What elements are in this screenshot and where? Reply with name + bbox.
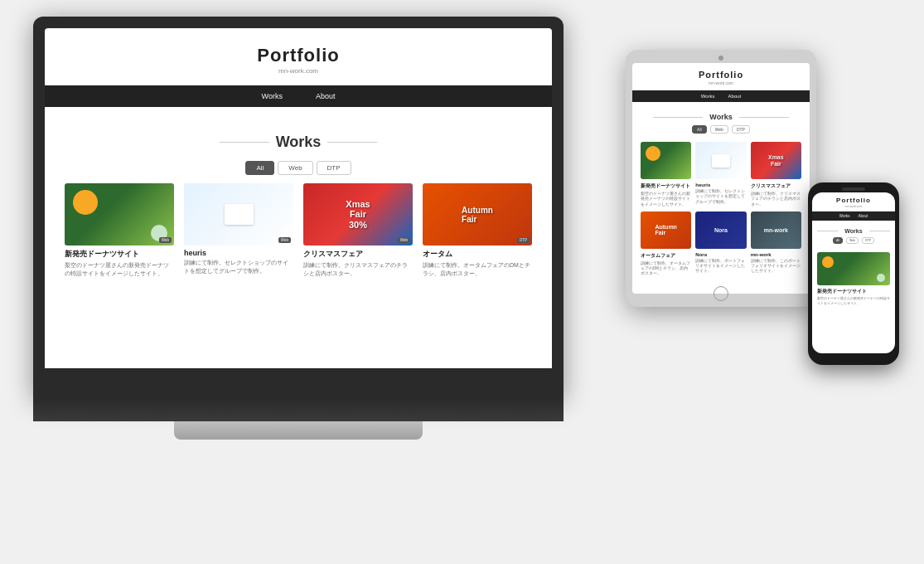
work-desc-heuris: 訓練にて制作。セレクトショップのサイトを想定してグループで制作。 xyxy=(184,259,293,275)
tag-web-heuris: Web xyxy=(278,237,291,243)
tablet-nav-about[interactable]: About xyxy=(728,94,742,99)
tablet-works-grid: 新発売ドーナツサイト 梨空のドーナツ屋さんの新発売ドーナツの特設サイトをイメージ… xyxy=(641,142,801,277)
tablet-title-mnwork: mn-work xyxy=(751,252,801,257)
work-desc-donut: 梨空のドーナツ屋さんの新発売ドーナツの特設サイトをイメージしたサイト。 xyxy=(65,261,174,278)
tablet-thumb-mnwork: mn-work xyxy=(751,212,801,249)
tablet-desc-xmas: 訓練にて制作。クリスマスフェアのチラシと店内ポスター。 xyxy=(751,192,801,207)
filter-all[interactable]: All xyxy=(245,161,274,175)
phone-body: Portfolio mn-work.com Works About Works … xyxy=(808,182,899,365)
nav-works[interactable]: Works xyxy=(262,92,283,100)
work-desc-autumn: 訓練にて制作。オータムフェアのDMとチラシ、店内ポスター。 xyxy=(423,261,532,278)
work-item-autumn: AutumnFair DTP オータム 訓練にて制作。オータムフェアのDMとチラ… xyxy=(423,183,532,278)
work-item-heuris: Web heuris 訓練にて制作。セレクトショップのサイトを想定してグループで… xyxy=(184,183,293,278)
work-thumb-heuris: Web xyxy=(184,183,293,246)
work-thumb-donut: Web xyxy=(65,183,174,246)
tablet-desc-heuris: 訓練にて制作。セレクトショップのサイトを想定してグループで制作。 xyxy=(695,189,746,205)
section-heading: Works xyxy=(65,134,532,151)
phone-filter-dtp[interactable]: DTP xyxy=(862,237,874,244)
scene: Portfolio mn-work.com Works About Works … xyxy=(0,0,924,564)
monitor-stand-base xyxy=(174,421,423,440)
tablet-work-heuris: heuris 訓練にて制作。セレクトショップのサイトを想定してグループで制作。 xyxy=(695,142,746,207)
phone-title-donut: 新発売ドーナツサイト xyxy=(817,289,890,294)
site-content: Works All Web DTP xyxy=(45,107,552,289)
tablet-thumb-nora: Nora xyxy=(695,212,746,249)
tablet-site-title: Portfolio xyxy=(632,70,810,80)
tablet-work-mnwork: mn-work mn-work 訓練にて制作。このポートフォリオサイトをイメージ… xyxy=(751,212,801,277)
monitor-wrapper: Portfolio mn-work.com Works About Works … xyxy=(33,17,564,440)
filter-buttons: All Web DTP xyxy=(65,161,532,175)
phone-site-content: Works All Web DTP xyxy=(812,221,895,309)
tablet-site-nav: Works About xyxy=(632,90,810,102)
tablet-desc-nora: 訓練にて制作。ポートフォリオサイトをイメージしたサイト。 xyxy=(695,259,746,275)
work-title-heuris: heuris xyxy=(184,249,293,257)
phone-work-donut: 新発売ドーナツサイト 梨空のドーナツ屋さんの新発売ドーナツの特設サイトをイメージ… xyxy=(817,252,890,305)
tablet-body: Portfolio mn-work.com Works About Works … xyxy=(626,50,816,307)
tablet-filter-dtp[interactable]: DTP xyxy=(732,125,750,134)
tablet-work-nora: Nora Nora 訓練にて制作。ポートフォリオサイトをイメージしたサイト。 xyxy=(695,212,746,277)
tablet-work-xmas: XmasFair クリスマスフェア 訓練にて制作。クリスマスフェアのチラシと店内… xyxy=(751,142,801,207)
work-title-autumn: オータム xyxy=(423,249,532,260)
work-item-xmas: XmasFair30% Web クリスマスフェア 訓練にて制作。クリスマスフェア… xyxy=(303,183,413,278)
tablet-desc-donut: 梨空のドーナツ屋さんの新発売ドーナツの特設サイトをイメージしたサイト。 xyxy=(641,192,691,207)
tablet-thumb-xmas: XmasFair xyxy=(751,142,801,179)
work-item-donut: Web 新発売ドーナツサイト 梨空のドーナツ屋さんの新発売ドーナツの特設サイトを… xyxy=(65,183,174,278)
tag-web-xmas: Web xyxy=(398,237,410,243)
site-subtitle: mn-work.com xyxy=(45,67,552,75)
tablet-title-donut: 新発売ドーナツサイト xyxy=(641,182,691,190)
work-thumb-autumn: AutumnFair DTP xyxy=(423,183,532,246)
tablet-site-subtitle: mn-work.com xyxy=(632,80,810,85)
tablet-screen: Portfolio mn-work.com Works About Works … xyxy=(632,63,810,294)
phone-desc-donut: 梨空のドーナツ屋さんの新発売ドーナツの特設サイトをイメージしたサイト。 xyxy=(817,296,890,305)
tablet-thumb-donut xyxy=(641,142,691,179)
phone-site-nav: Works About xyxy=(812,212,895,221)
tablet-desc-autumn: 訓練にて制作。オータムフェアのDMとチラシ、店内ポスター。 xyxy=(641,261,691,277)
tag-web: Web xyxy=(159,237,172,243)
site-nav: Works About xyxy=(45,85,552,107)
work-thumb-xmas: XmasFair30% Web xyxy=(303,183,413,246)
site-header: Portfolio mn-work.com xyxy=(45,28,552,85)
work-desc-xmas: 訓練にて制作。クリスマスフェアのチラシと店内ポスター。 xyxy=(303,261,413,278)
phone-nav-works[interactable]: Works xyxy=(839,214,850,218)
tablet-title-heuris: heuris xyxy=(695,182,746,187)
phone-wrapper: Portfolio mn-work.com Works About Works … xyxy=(808,182,899,365)
work-title-donut: 新発売ドーナツサイト xyxy=(65,249,174,260)
works-grid: Web 新発売ドーナツサイト 梨空のドーナツ屋さんの新発売ドーナツの特設サイトを… xyxy=(65,183,532,278)
phone-works-grid: 新発売ドーナツサイト 梨空のドーナツ屋さんの新発売ドーナツの特設サイトをイメージ… xyxy=(817,252,890,305)
nav-about[interactable]: About xyxy=(316,92,336,100)
tablet-title-nora: Nora xyxy=(695,252,746,257)
phone-filter-all[interactable]: All xyxy=(833,237,843,244)
tablet-work-autumn: AutumnFair オータムフェア 訓練にて制作。オータムフェアのDMとチラシ… xyxy=(641,212,691,277)
phone-filter-web[interactable]: Web xyxy=(846,237,859,244)
work-title-xmas: クリスマスフェア xyxy=(303,249,413,260)
tablet-filter-buttons: All Web DTP xyxy=(641,125,801,134)
tablet-title-autumn: オータムフェア xyxy=(641,252,691,260)
phone-filter-buttons: All Web DTP xyxy=(817,237,890,244)
tablet-filter-all[interactable]: All xyxy=(692,125,707,134)
phone-site-header: Portfolio mn-work.com xyxy=(812,192,895,212)
phone-section-heading: Works xyxy=(817,228,890,234)
phone-site-title: Portfolio xyxy=(812,197,895,204)
monitor-screen: Portfolio mn-work.com Works About Works … xyxy=(45,28,552,368)
tablet-site-content: Works All Web DTP 新発売 xyxy=(632,102,810,282)
filter-dtp[interactable]: DTP xyxy=(317,161,351,175)
tablet-wrapper: Portfolio mn-work.com Works About Works … xyxy=(626,50,816,307)
phone-site-subtitle: mn-work.com xyxy=(812,205,895,208)
tablet-section-heading: Works xyxy=(641,113,801,121)
phone-thumb-donut xyxy=(817,252,890,285)
monitor-stand-neck xyxy=(33,398,564,421)
tablet-thumb-autumn: AutumnFair xyxy=(641,212,691,249)
tag-dtp-autumn: DTP xyxy=(517,237,530,243)
tablet-work-donut: 新発売ドーナツサイト 梨空のドーナツ屋さんの新発売ドーナツの特設サイトをイメージ… xyxy=(641,142,691,207)
tablet-filter-web[interactable]: Web xyxy=(710,125,728,134)
phone-screen: Portfolio mn-work.com Works About Works … xyxy=(812,192,895,353)
phone-nav-about[interactable]: About xyxy=(858,214,868,218)
tablet-desc-mnwork: 訓練にて制作。このポートフォリオサイトをイメージしたサイト。 xyxy=(751,259,801,275)
tablet-site-header: Portfolio mn-work.com xyxy=(632,63,810,90)
tablet-nav-works[interactable]: Works xyxy=(701,94,715,99)
tablet-thumb-heuris xyxy=(695,142,746,179)
filter-web[interactable]: Web xyxy=(278,161,312,175)
tablet-title-xmas: クリスマスフェア xyxy=(751,182,801,190)
site-title: Portfolio xyxy=(45,45,552,66)
monitor-body: Portfolio mn-work.com Works About Works … xyxy=(33,17,564,398)
